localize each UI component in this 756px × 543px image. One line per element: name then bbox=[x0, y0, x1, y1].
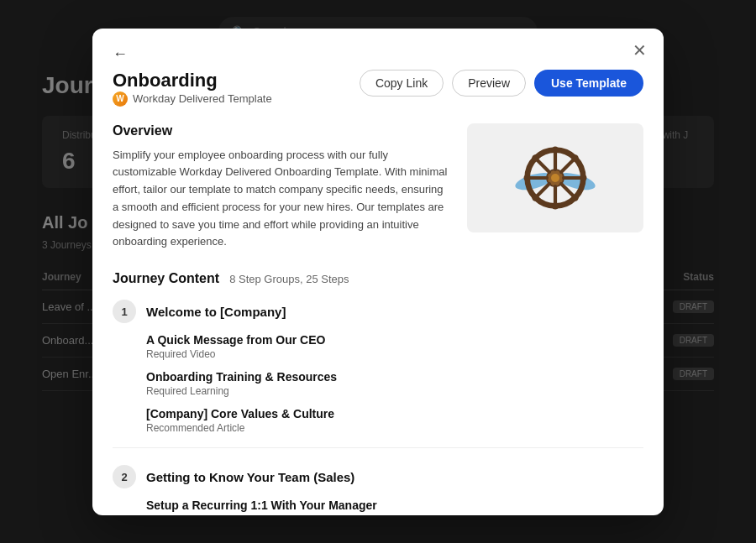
step-groups-container: 1 Welcome to [Company] A Quick Message f… bbox=[113, 300, 643, 514]
step-group-header: 1 Welcome to [Company] bbox=[113, 300, 643, 323]
step-number: 2 bbox=[113, 465, 136, 488]
use-template-button[interactable]: Use Template bbox=[534, 70, 643, 97]
step-items: Setup a Recurring 1:1 With Your Manager … bbox=[113, 499, 643, 514]
overview-desc: Simplify your employee onboarding proces… bbox=[113, 147, 450, 252]
copy-link-button[interactable]: Copy Link bbox=[360, 70, 444, 97]
step-number: 1 bbox=[113, 300, 136, 323]
ship-wheel-svg bbox=[513, 136, 597, 220]
step-item: Setup a Recurring 1:1 With Your Manager … bbox=[146, 499, 643, 514]
journey-content-title: Journey Content bbox=[113, 271, 219, 286]
modal-subtitle: W Workday Delivered Template bbox=[113, 91, 272, 107]
svg-point-17 bbox=[532, 154, 538, 161]
step-item: Onboarding Training & Resources Required… bbox=[146, 370, 643, 397]
modal-body: Overview Simplify your employee onboardi… bbox=[92, 123, 664, 515]
overview-heading: Overview bbox=[113, 123, 450, 138]
close-button[interactable]: ✕ bbox=[633, 42, 647, 59]
modal-title: Onboarding bbox=[113, 70, 272, 91]
step-item-type: Required To Do bbox=[146, 514, 643, 514]
step-item-type: Recommended Article bbox=[146, 422, 643, 434]
journey-content-header: Journey Content 8 Step Groups, 25 Steps bbox=[113, 271, 643, 286]
step-item-type: Required Learning bbox=[146, 385, 643, 397]
step-group: 2 Getting to Know Your Team (Sales) Setu… bbox=[113, 465, 643, 514]
overview-text: Overview Simplify your employee onboardi… bbox=[113, 123, 450, 252]
step-item-name: [Company] Core Values & Culture bbox=[146, 407, 643, 420]
back-button[interactable]: ← bbox=[113, 45, 128, 63]
svg-point-16 bbox=[580, 174, 586, 180]
overview-image bbox=[467, 123, 643, 232]
modal-title-row: Onboarding W Workday Delivered Template … bbox=[113, 70, 643, 120]
svg-point-4 bbox=[551, 174, 559, 182]
step-item-name: Setup a Recurring 1:1 With Your Manager bbox=[146, 499, 643, 512]
modal-title-block: Onboarding W Workday Delivered Template bbox=[113, 70, 272, 120]
svg-point-15 bbox=[524, 174, 531, 180]
modal-actions: Copy Link Preview Use Template bbox=[360, 70, 643, 97]
step-item: [Company] Core Values & Culture Recommen… bbox=[146, 407, 643, 434]
step-item-name: A Quick Message from Our CEO bbox=[146, 333, 643, 347]
step-group-name: Getting to Know Your Team (Sales) bbox=[146, 470, 354, 484]
step-item: A Quick Message from Our CEO Required Vi… bbox=[146, 333, 643, 360]
workday-icon: W bbox=[113, 91, 128, 107]
svg-point-13 bbox=[552, 146, 559, 153]
step-item-type: Required Video bbox=[146, 348, 643, 360]
step-item-name: Onboarding Training & Resources bbox=[146, 370, 643, 384]
step-group-name: Welcome to [Company] bbox=[146, 305, 286, 319]
svg-point-19 bbox=[571, 154, 578, 161]
journey-meta: 8 Step Groups, 25 Steps bbox=[229, 273, 349, 285]
modal-subtitle-text: Workday Delivered Template bbox=[133, 92, 272, 105]
step-items: A Quick Message from Our CEO Required Vi… bbox=[113, 333, 643, 448]
svg-point-14 bbox=[552, 202, 559, 209]
modal: ← Onboarding W Workday Delivered Templat… bbox=[92, 29, 664, 515]
svg-point-20 bbox=[532, 194, 538, 201]
step-group-header: 2 Getting to Know Your Team (Sales) bbox=[113, 465, 643, 488]
preview-button[interactable]: Preview bbox=[452, 70, 526, 97]
step-group: 1 Welcome to [Company] A Quick Message f… bbox=[113, 300, 643, 448]
svg-point-18 bbox=[571, 194, 578, 201]
overview-section: Overview Simplify your employee onboardi… bbox=[113, 123, 643, 252]
modal-header: ← Onboarding W Workday Delivered Templat… bbox=[92, 29, 664, 123]
